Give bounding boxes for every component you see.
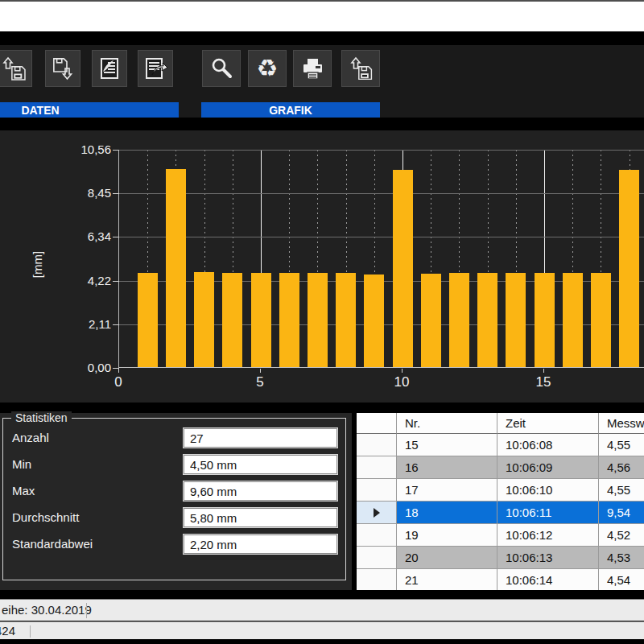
chart-y-tick xyxy=(113,150,119,151)
chart-bar-10[interactable] xyxy=(393,170,413,367)
stat-value-input[interactable] xyxy=(184,481,337,501)
stat-value-input[interactable] xyxy=(184,455,337,474)
print-graphic-button[interactable] xyxy=(293,50,332,87)
row-selector-cell[interactable] xyxy=(357,524,397,547)
chart-y-tick-label: 0,00 xyxy=(0,361,111,374)
table-row-16[interactable]: 1610:06:094,56 xyxy=(357,456,644,479)
row-selector-cell[interactable] xyxy=(357,569,397,590)
table-cell-messwert[interactable]: 4,56 xyxy=(599,456,644,479)
stat-value-input[interactable] xyxy=(184,508,337,527)
stat-value-input[interactable] xyxy=(184,428,337,448)
table-cell-nr[interactable]: 21 xyxy=(397,569,497,590)
row-selector-cell[interactable] xyxy=(357,434,397,456)
row-selector-cell[interactable] xyxy=(357,456,397,479)
bottom-section: Statistiken AnzahlMinMaxDurchschnittStan… xyxy=(0,413,644,590)
chart-bar-6[interactable] xyxy=(279,273,299,367)
chart-horizontal-gridline xyxy=(119,193,644,194)
table-cell-nr[interactable]: 20 xyxy=(397,547,497,569)
chart-bar-2[interactable] xyxy=(166,169,186,367)
save-graphic-button[interactable] xyxy=(341,50,380,87)
chart-bar-16[interactable] xyxy=(563,273,583,367)
stat-row-max: Max xyxy=(3,481,345,501)
table-cell-nr[interactable]: 19 xyxy=(397,524,497,547)
table-cell-zeit[interactable]: 10:06:08 xyxy=(497,434,599,456)
zoom-graphic-button[interactable] xyxy=(202,50,241,87)
load-data-floppy-up-icon xyxy=(2,56,27,81)
table-cell-zeit[interactable]: 10:06:10 xyxy=(497,479,599,502)
chart-bar-9[interactable] xyxy=(364,275,384,367)
table-header-row: Nr.ZeitMesswert xyxy=(357,413,644,434)
chart-bar-15[interactable] xyxy=(535,273,555,367)
chart-bar-3[interactable] xyxy=(194,272,214,367)
chart-bar-14[interactable] xyxy=(506,273,526,367)
statistics-groupbox: Statistiken AnzahlMinMaxDurchschnittStan… xyxy=(2,418,346,580)
table-cell-zeit[interactable]: 10:06:13 xyxy=(497,547,599,569)
chart-y-tick xyxy=(113,324,119,325)
zoom-magnifier-icon xyxy=(208,56,234,81)
table-row-18[interactable]: 1810:06:119,54 xyxy=(357,502,644,524)
chart-bar-17[interactable] xyxy=(591,273,611,367)
statusbar-series-date: eihe: 30.04.2019 xyxy=(2,600,92,621)
chart-x-tick-label: 5 xyxy=(242,374,278,390)
statusbar-separator xyxy=(30,625,31,638)
table-cell-messwert[interactable]: 4,53 xyxy=(599,547,644,569)
chart-bar-12[interactable] xyxy=(449,273,469,367)
stat-label: Max xyxy=(12,484,35,497)
table-cell-nr[interactable]: 15 xyxy=(397,434,497,456)
export-data-button[interactable] xyxy=(138,50,173,87)
table-cell-zeit[interactable]: 10:06:09 xyxy=(497,456,599,479)
chart-x-tick xyxy=(118,369,119,373)
table-cell-zeit[interactable]: 10:06:12 xyxy=(497,524,599,547)
table-row-19[interactable]: 1910:06:124,52 xyxy=(357,524,644,547)
table-header-zeit[interactable]: Zeit xyxy=(497,413,599,434)
table-header-selector[interactable] xyxy=(357,413,397,434)
chart-bar-4[interactable] xyxy=(222,273,242,367)
statusbar-counter: 424 xyxy=(0,622,15,639)
statusbar-bottom: 424 xyxy=(0,621,644,639)
table-cell-zeit[interactable]: 10:06:14 xyxy=(497,569,599,590)
table-row-15[interactable]: 1510:06:084,55 xyxy=(357,434,644,456)
table-row-20[interactable]: 2010:06:134,53 xyxy=(357,547,644,569)
row-selector-cell[interactable] xyxy=(357,502,397,524)
chart-bar-7[interactable] xyxy=(308,273,328,367)
stat-row-anzahl: Anzahl xyxy=(3,428,345,448)
table-header-messwert[interactable]: Messwert xyxy=(599,413,644,434)
chart-bar-13[interactable] xyxy=(477,273,497,367)
table-cell-messwert[interactable]: 4,52 xyxy=(599,524,644,547)
table-cell-nr[interactable]: 17 xyxy=(397,479,497,502)
refresh-graphic-button[interactable]: ♻ xyxy=(248,50,287,87)
table-cell-messwert[interactable]: 4,54 xyxy=(599,569,644,590)
save-data-button[interactable] xyxy=(45,50,80,87)
chart-bar-1[interactable] xyxy=(138,273,158,367)
table-cell-nr[interactable]: 16 xyxy=(397,456,497,479)
table-cell-messwert[interactable]: 9,54 xyxy=(599,502,644,524)
chart-y-tick xyxy=(113,281,119,282)
chart-bar-11[interactable] xyxy=(421,274,441,367)
edit-data-button[interactable] xyxy=(92,50,127,87)
table-row-17[interactable]: 1710:06:104,55 xyxy=(357,479,644,502)
table-row-21[interactable]: 2110:06:144,54 xyxy=(357,569,644,590)
statistics-groupbox-title: Statistiken xyxy=(11,411,72,424)
measurement-table[interactable]: Nr.ZeitMesswert1510:06:084,551610:06:094… xyxy=(357,413,644,590)
stat-row-standardabwei: Standardabwei xyxy=(3,535,345,554)
table-header-nr[interactable]: Nr. xyxy=(397,413,497,434)
table-cell-messwert[interactable]: 4,55 xyxy=(599,479,644,502)
stat-value-input[interactable] xyxy=(184,535,337,554)
document-edit-icon xyxy=(97,56,122,81)
stat-row-min: Min xyxy=(3,455,345,474)
row-selector-cell[interactable] xyxy=(357,547,397,569)
chart-bar-18[interactable] xyxy=(619,170,639,367)
table-cell-zeit[interactable]: 10:06:11 xyxy=(497,502,599,524)
chart-bar-5[interactable] xyxy=(251,273,271,367)
chart-x-tick-label: 0 xyxy=(101,374,136,390)
table-cell-nr[interactable]: 18 xyxy=(397,502,497,524)
toolbar-group-label-daten: DATEN xyxy=(0,102,179,118)
load-data-button[interactable] xyxy=(0,50,32,87)
chart-plot-area[interactable] xyxy=(118,150,644,368)
chart-y-tick-label: 4,22 xyxy=(0,274,111,287)
chart-x-tick xyxy=(260,369,261,373)
table-cell-messwert[interactable]: 4,55 xyxy=(599,434,644,456)
save-graphic-floppy-up-icon xyxy=(348,56,374,81)
row-selector-cell[interactable] xyxy=(357,479,397,502)
chart-bar-8[interactable] xyxy=(336,273,356,367)
